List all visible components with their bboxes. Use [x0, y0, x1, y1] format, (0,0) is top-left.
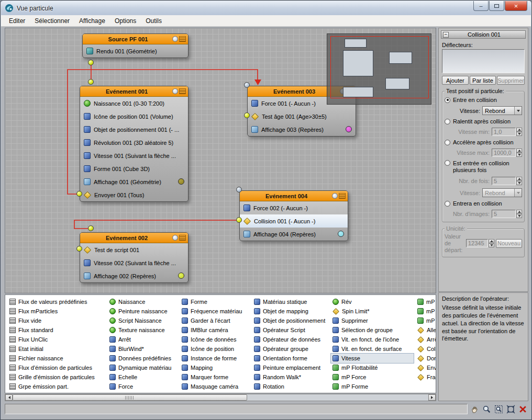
- test-age-output-port[interactable]: [244, 112, 250, 118]
- radio-entrera[interactable]: [445, 201, 450, 207]
- depot-item[interactable]: Naissance: [108, 297, 177, 307]
- depot-item[interactable]: Script Naissance: [108, 316, 177, 325]
- collision-output-port[interactable]: [236, 217, 242, 223]
- navigator-view-rect[interactable]: [330, 36, 429, 98]
- node-menu-icon[interactable]: [179, 235, 186, 241]
- source-output-port[interactable]: [88, 60, 94, 65]
- depot-item[interactable]: Arrêt: [108, 335, 177, 344]
- node-menu-icon[interactable]: [179, 36, 186, 42]
- node-evenement-002[interactable]: Evénement 002 Test de script 001 Vitesse…: [80, 232, 189, 283]
- depot-item[interactable]: Supprimer: [331, 316, 414, 325]
- node-evenement-004[interactable]: Evénement 004 Force 002 (- Aucun -) Coll…: [239, 190, 348, 241]
- radio-accelere[interactable]: [445, 140, 450, 145]
- vitesse-combo[interactable]: Rebond: [482, 106, 522, 115]
- nbr-images-spinner[interactable]: 5: [492, 210, 522, 218]
- event002-input-port[interactable]: [88, 225, 94, 231]
- depot-item[interactable]: Texture naissance: [108, 325, 177, 335]
- maximize-button[interactable]: [489, 1, 504, 11]
- depot-item[interactable]: Force: [108, 382, 177, 391]
- depot-item[interactable]: Flux de valeurs prédéfinies: [8, 297, 105, 307]
- depot-item[interactable]: Orientation forme: [252, 354, 329, 363]
- depot-item[interactable]: Vit. en fonct. de surface: [331, 344, 414, 354]
- depot-item[interactable]: mP: [416, 297, 436, 307]
- depot-item[interactable]: Forme: [180, 297, 249, 307]
- node-row[interactable]: Forme 001 (Cube 3D): [80, 162, 188, 175]
- supprimer-button[interactable]: Supprimer: [497, 76, 525, 85]
- node-row[interactable]: Rendu 001 (Géométrie): [83, 44, 188, 58]
- node-row[interactable]: Test âge 001 (Age>30±5): [248, 110, 356, 123]
- node-row[interactable]: Vitesse 002 (Suivant la flèche ...: [80, 256, 188, 269]
- spinner-up-icon[interactable]: [489, 239, 494, 243]
- display-color-swatch[interactable]: [346, 126, 352, 132]
- scroll-left-icon[interactable]: [5, 394, 13, 401]
- display-color-swatch[interactable]: [178, 178, 184, 185]
- par-liste-button[interactable]: Par liste: [470, 76, 496, 85]
- depot-item[interactable]: Flux d'émission de particules: [8, 363, 105, 372]
- depot-item[interactable]: Aller: [416, 325, 436, 335]
- ajouter-button[interactable]: Ajouter: [442, 76, 469, 85]
- event-canvas[interactable]: Source PF 001 Rendu 001 (Géométrie) Evén…: [5, 28, 436, 293]
- depot-item[interactable]: Flux standard: [8, 325, 105, 335]
- spinner-up-icon[interactable]: [516, 177, 522, 181]
- collapse-icon[interactable]: −: [443, 32, 449, 38]
- depot-item[interactable]: Opérateur groupe: [252, 344, 329, 354]
- depot-hscrollbar[interactable]: [5, 394, 436, 401]
- minimize-button[interactable]: –: [473, 1, 489, 11]
- depot-item[interactable]: Opérateur Script: [252, 325, 329, 335]
- node-source-pf-001[interactable]: Source PF 001 Rendu 001 (Géométrie): [82, 33, 189, 58]
- node-header[interactable]: Evénement 002: [80, 233, 188, 243]
- node-header[interactable]: Evénement 004: [240, 191, 348, 201]
- node-row[interactable]: Affichage 004 (Repères): [240, 228, 348, 241]
- zoom-extents-all-tool-button[interactable]: [517, 404, 528, 415]
- node-row[interactable]: Test de script 001: [80, 243, 188, 256]
- event004-input-port[interactable]: [236, 187, 242, 192]
- depot-item[interactable]: BlurWind*: [108, 344, 177, 354]
- node-row[interactable]: Affichage 003 (Repères): [248, 123, 356, 136]
- node-row[interactable]: Icône de position 001 (Volume): [80, 110, 188, 123]
- depot-item[interactable]: Grille d'émission de particules: [8, 372, 105, 382]
- depot-item[interactable]: Objet de positionnement: [252, 316, 329, 325]
- menu-affichage[interactable]: Affichage: [74, 16, 110, 26]
- depot-item[interactable]: mP: [416, 307, 436, 316]
- seed-spinner[interactable]: 12345: [466, 239, 494, 247]
- vitesse-min-spinner[interactable]: 1,0: [492, 128, 522, 136]
- nouveau-button[interactable]: Nouveau: [496, 239, 522, 248]
- nbr-de-fois-spinner[interactable]: 5: [492, 177, 522, 185]
- depot-item[interactable]: Env: [416, 363, 436, 372]
- node-row[interactable]: Affichage 001 (Géométrie): [80, 175, 188, 188]
- spinner-down-icon[interactable]: [489, 243, 494, 247]
- depot-item[interactable]: Fract: [416, 372, 436, 382]
- display-color-swatch[interactable]: [178, 273, 184, 279]
- display-color-swatch[interactable]: [338, 231, 344, 237]
- depot-item[interactable]: Don: [416, 354, 436, 363]
- depot-item[interactable]: mP Force: [331, 372, 414, 382]
- node-evenement-001[interactable]: Evénement 001 Naissance 001 (0-30 T:200)…: [80, 86, 189, 202]
- depot-item[interactable]: Grpe émission part.: [8, 382, 105, 391]
- depot-item[interactable]: Marquer forme: [180, 372, 249, 382]
- depot-item[interactable]: IMBlur caméra: [180, 325, 249, 335]
- depot-item-vitesse[interactable]: Vitesse: [331, 354, 414, 363]
- node-menu-icon[interactable]: [339, 193, 346, 199]
- depot-item[interactable]: Flux UnClic: [8, 335, 105, 344]
- script-test-output-port[interactable]: [76, 246, 82, 252]
- depot-item[interactable]: Objet de mapping: [252, 307, 329, 316]
- chevron-down-icon[interactable]: [514, 107, 522, 115]
- spinner-down-icon[interactable]: [516, 132, 522, 136]
- node-row[interactable]: Naissance 001 (0-30 T:200): [80, 97, 188, 110]
- node-row[interactable]: Révolution 001 (3D aléatoire 5): [80, 136, 188, 149]
- radio-ralentit[interactable]: [445, 119, 450, 124]
- rollout-header-collision-001[interactable]: − Collision 001: [441, 30, 526, 39]
- spinner-up-icon[interactable]: [516, 210, 522, 214]
- depot-item[interactable]: Icône de données: [180, 335, 249, 344]
- event003-input-port[interactable]: [244, 82, 250, 88]
- depot-item[interactable]: mP: [416, 316, 436, 325]
- depot-item[interactable]: mP Flottabilité: [331, 363, 414, 372]
- depot-item[interactable]: Icône de position: [180, 344, 249, 354]
- close-button[interactable]: ×: [505, 1, 527, 11]
- depot-item[interactable]: Masquage caméra: [180, 382, 249, 391]
- depot-item[interactable]: Spin Limit*: [331, 307, 414, 316]
- vitesse2-combo[interactable]: Rebond: [482, 188, 522, 197]
- depot-item[interactable]: Fréquence matériau: [180, 307, 249, 316]
- depot-item[interactable]: Vit. en fonct. de l'icône: [331, 335, 414, 344]
- depot-item[interactable]: Flux vide: [8, 316, 105, 325]
